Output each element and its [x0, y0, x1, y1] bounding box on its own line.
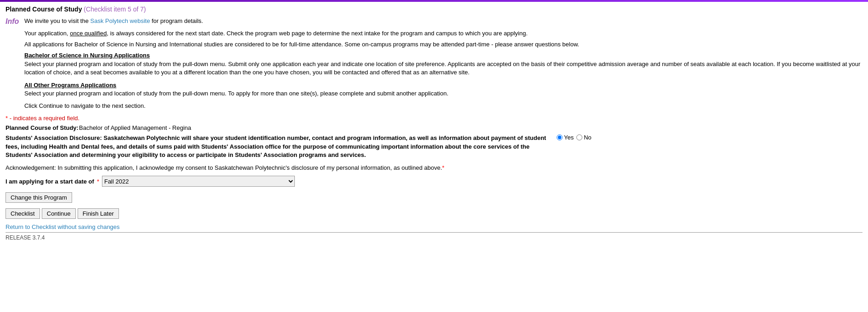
change-program-button[interactable]: Change this Program [6, 192, 72, 203]
change-program-container: Change this Program [6, 192, 862, 203]
sask-polytech-link[interactable]: Sask Polytech website [90, 17, 150, 24]
acknowledgement-star: * [442, 164, 445, 171]
fulltime-paragraph: All applications for Bachelor of Science… [24, 40, 862, 49]
radio-no-label[interactable]: No [576, 134, 592, 141]
qualified-text-before: Your application, [24, 30, 70, 37]
info-section: Info We invite you to visit the Sask Pol… [6, 17, 862, 26]
start-date-select[interactable]: Fall 2022 Winter 2023 Spring 2023 Fall 2… [102, 176, 295, 187]
required-note: * - indicates a required field. [6, 115, 862, 122]
continue-note-text: Click Continue to navigate to the next s… [24, 102, 146, 109]
finish-later-button[interactable]: Finish Later [78, 208, 119, 219]
nursing-heading: Bachelor of Science in Nursing Applicati… [24, 52, 150, 59]
continue-button[interactable]: Continue [42, 208, 76, 219]
action-buttons: Checklist Continue Finish Later [6, 208, 862, 219]
release-text: RELEASE 3.7.4 [6, 234, 862, 241]
radio-yes-label[interactable]: Yes [557, 134, 574, 141]
fulltime-text: All applications for Bachelor of Science… [24, 41, 579, 48]
planned-course-row: Planned Course of Study: Bachelor of App… [6, 124, 862, 131]
info-text-after: for program details. [150, 17, 203, 24]
info-text: We invite you to visit the Sask Polytech… [24, 17, 203, 24]
title-text: Planned Course of Study [6, 6, 82, 13]
radio-yes-text: Yes [564, 134, 574, 141]
nursing-section: Bachelor of Science in Nursing Applicati… [24, 51, 862, 77]
disclosure-text: Students' Association Disclosure: Saskat… [6, 134, 547, 159]
continue-note: Click Continue to navigate to the next s… [24, 102, 862, 109]
radio-yes-input[interactable] [557, 134, 563, 140]
start-date-row: I am applying for a start date of* Fall … [6, 176, 862, 187]
checklist-info: (Checklist item 5 of 7) [84, 6, 146, 13]
page-title: Planned Course of Study (Checklist item … [6, 6, 862, 13]
return-checklist-link[interactable]: Return to Checklist without saving chang… [6, 223, 862, 230]
qualified-text-after: , is always considered for the next star… [107, 30, 528, 37]
info-text-before: We invite you to visit the [24, 17, 90, 24]
required-note-text: - indicates a required field. [10, 115, 79, 122]
other-section: All Other Programs Applications Select y… [24, 81, 862, 98]
radio-no-input[interactable] [576, 134, 582, 140]
acknowledgement-row: Acknowledgement: In submitting this appl… [6, 164, 862, 172]
checklist-button[interactable]: Checklist [6, 208, 40, 219]
start-date-label: I am applying for a start date of [6, 178, 94, 185]
planned-course-label: Planned Course of Study: [6, 124, 79, 131]
once-qualified: once qualified [70, 30, 107, 37]
other-text: Select your planned program and location… [24, 89, 862, 98]
disclosure-radio-group: Yes No [557, 134, 592, 141]
nursing-text: Select your planned program and location… [24, 60, 862, 77]
planned-course-value: Bachelor of Applied Management - Regina [79, 124, 191, 131]
disclosure-row: Students' Association Disclosure: Saskat… [6, 134, 862, 159]
main-container: Planned Course of Study (Checklist item … [0, 2, 868, 245]
start-date-star: * [97, 178, 99, 185]
required-star: * [6, 115, 8, 122]
acknowledgement-text: Acknowledgement: In submitting this appl… [6, 164, 442, 171]
other-heading: All Other Programs Applications [24, 82, 116, 89]
qualified-paragraph: Your application, once qualified, is alw… [24, 29, 862, 38]
radio-no-text: No [584, 134, 592, 141]
info-label: Info [6, 17, 22, 26]
bottom-border [6, 232, 862, 233]
